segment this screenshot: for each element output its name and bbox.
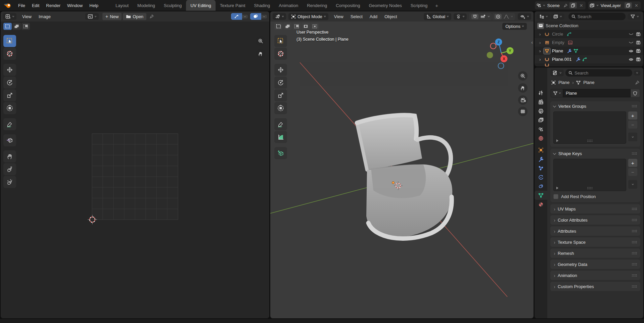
options-button[interactable]: Options (502, 23, 527, 30)
vp-menu-select[interactable]: Select (347, 13, 366, 20)
panel-grip[interactable] (632, 285, 637, 288)
panel-vertex-groups-header[interactable]: Vertex Groups (553, 104, 637, 109)
uv-tool-rip-region[interactable] (3, 134, 16, 146)
tab-constraints[interactable] (535, 182, 547, 191)
tab-tool[interactable] (535, 88, 547, 97)
expand-chevron[interactable] (538, 33, 541, 36)
snap-target-icon[interactable] (480, 14, 486, 19)
panel-color-attributes[interactable]: Color Attributes (550, 215, 640, 225)
proportional-edit-toggle[interactable] (495, 14, 502, 19)
vp-menu-view[interactable]: View (331, 13, 347, 20)
tab-particles[interactable] (535, 164, 547, 173)
panel-geometry-data[interactable]: Geometry Data (550, 260, 640, 269)
uv-tool-grab[interactable] (3, 150, 16, 163)
vp-tool-annotate[interactable] (274, 118, 287, 130)
shape-key-add-button[interactable]: + (628, 159, 637, 167)
tab-compositing[interactable]: Compositing (331, 0, 364, 11)
uv-tool-rotate[interactable] (3, 77, 16, 89)
vp-select-mode-new[interactable] (274, 23, 283, 30)
tab-animation[interactable]: Animation (274, 0, 303, 11)
scene-icon[interactable] (536, 3, 542, 8)
gizmo-neg-x[interactable] (491, 43, 496, 49)
vertex-group-specials-button[interactable] (628, 133, 637, 141)
new-scene-button[interactable] (569, 2, 577, 8)
curve-data-icon[interactable] (567, 32, 571, 36)
mesh-name-input[interactable]: Plane (563, 89, 631, 97)
panel-grip[interactable] (632, 263, 637, 266)
list-resize-grip[interactable] (587, 139, 593, 142)
uv-tool-pinch[interactable] (3, 176, 16, 188)
properties-display-button[interactable] (550, 70, 564, 76)
outliner-row-scene-collection[interactable]: Scene Collection (535, 21, 643, 30)
vp-show-overlays-toggle[interactable] (520, 14, 525, 19)
uv-tool-move[interactable] (3, 64, 16, 76)
properties-options-chevron[interactable] (634, 71, 640, 76)
filter-type-chevron[interactable] (560, 15, 562, 17)
add-workspace-button[interactable]: + (432, 0, 442, 11)
outliner-filter-button[interactable] (628, 13, 641, 20)
expand-chevron[interactable] (538, 58, 541, 61)
uv-tool-select-box[interactable] (3, 35, 16, 47)
unlink-scene-icon[interactable]: ✕ (579, 3, 584, 8)
display-mode-chevron[interactable] (546, 15, 548, 17)
outliner-row-plane[interactable]: Plane (535, 47, 643, 55)
panel-attributes[interactable]: Attributes (550, 226, 640, 236)
vp-zoom-button[interactable] (518, 71, 527, 81)
vp-pan-button[interactable] (518, 83, 527, 93)
expand-chevron[interactable] (538, 42, 541, 44)
menu-help[interactable]: Help (86, 2, 102, 9)
mesh-browse-chevron[interactable] (559, 92, 561, 94)
properties-display-chevron[interactable] (559, 71, 562, 74)
open-image-button[interactable]: Open (123, 13, 146, 20)
uv-gizmo-chevron[interactable] (242, 15, 248, 18)
shape-key-remove-button[interactable]: − (628, 168, 637, 176)
menu-file[interactable]: File (15, 2, 29, 9)
vp-tool-scale[interactable] (274, 89, 287, 101)
tab-rendering[interactable]: Rendering (303, 0, 331, 11)
scene-name[interactable]: Scene (547, 3, 562, 8)
viewport-editor-type-button[interactable] (273, 13, 286, 20)
viewport-canvas[interactable]: User Perspective (3) Scene Collection | … (270, 21, 534, 318)
panel-grip[interactable] (632, 274, 637, 277)
vp-tool-measure[interactable] (274, 131, 287, 143)
object-name[interactable]: Empty (552, 40, 564, 45)
shape-key-specials-button[interactable] (628, 180, 637, 189)
panel-grip[interactable] (632, 252, 637, 255)
gizmo-neg-z[interactable] (498, 63, 504, 69)
vp-menu-add[interactable]: Add (366, 13, 381, 20)
list-resize-grip[interactable] (587, 187, 593, 190)
vp-tool-cursor[interactable] (274, 48, 287, 60)
tab-physics[interactable] (535, 173, 547, 182)
tab-modifiers[interactable] (535, 154, 547, 164)
expand-chevron[interactable] (538, 50, 541, 52)
uv-pan-button[interactable] (256, 49, 265, 58)
uv-overlays-chevron[interactable] (261, 15, 267, 18)
tab-texture-paint[interactable]: Texture Paint (216, 0, 250, 11)
vp-tool-transform[interactable] (274, 102, 287, 114)
tab-view-layer[interactable] (535, 116, 547, 125)
pin-icon[interactable] (563, 3, 568, 8)
uv-menu-image[interactable]: Image (35, 13, 54, 20)
navigation-gizmo[interactable]: Z Y X (485, 34, 517, 71)
tab-scene[interactable] (535, 125, 547, 134)
image-data-icon[interactable] (568, 41, 572, 45)
panel-grip[interactable] (632, 230, 637, 233)
camera-visibility-icon[interactable] (636, 49, 641, 53)
vp-tool-select-box[interactable] (274, 35, 287, 47)
curve-data-icon[interactable] (582, 57, 587, 61)
tab-shading[interactable]: Shading (250, 0, 275, 11)
outliner-search-input[interactable]: Search (568, 13, 626, 20)
panel-custom-properties[interactable]: Custom Properties (550, 282, 640, 291)
breadcrumb-data[interactable]: Plane (583, 80, 594, 85)
tab-render[interactable] (535, 97, 547, 106)
panel-shape-keys-header[interactable]: Shape Keys (553, 151, 637, 156)
snap-toggle[interactable] (471, 14, 478, 19)
remove-view-layer-icon[interactable]: ✕ (634, 3, 639, 8)
mesh-object[interactable] (357, 115, 452, 239)
mesh-browse-button[interactable] (551, 89, 563, 97)
object-name[interactable]: Plane.001 (552, 57, 572, 62)
panel-grip[interactable] (632, 105, 637, 108)
uv-tool-transform[interactable] (3, 102, 16, 114)
hide-toggle-open-eye-icon[interactable] (629, 57, 634, 61)
image-browse-chevron[interactable] (94, 15, 97, 17)
